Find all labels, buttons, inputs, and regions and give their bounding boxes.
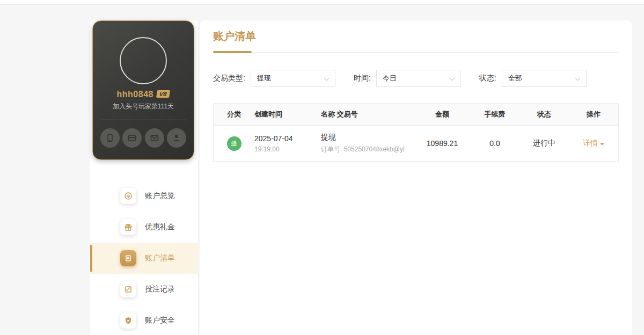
gift-icon (120, 219, 136, 235)
order-no-label: 订单号: (321, 145, 342, 153)
details-label: 详情 (583, 139, 598, 148)
coin-icon (120, 188, 136, 204)
details-link[interactable]: 详情 (583, 139, 604, 148)
filter-transaction-type: 交易类型: 提现 (213, 70, 335, 87)
filter-label: 交易类型: (213, 74, 245, 83)
withdraw-badge-icon: 提 (227, 136, 241, 151)
fee: 0.0 (470, 139, 519, 148)
chevron-down-icon (324, 76, 329, 81)
select-value: 全部 (508, 74, 522, 82)
sidebar-item-label: 账户总览 (145, 191, 175, 201)
panel-header: 账户清单 (213, 20, 619, 53)
time-select[interactable]: 今日 (376, 70, 461, 87)
sidebar-item-account-security[interactable]: 账户安全 (90, 305, 199, 335)
filter-bar: 交易类型: 提现 时间: 今日 状态: 全部 (213, 70, 619, 87)
sidebar-item-account-overview[interactable]: 账户总览 (90, 180, 199, 212)
username: hhh0848 (117, 90, 153, 99)
created-date: 2025-07-04 (254, 134, 321, 143)
header-created-time: 创建时间 (254, 110, 321, 119)
transaction-type-select[interactable]: 提现 (251, 70, 335, 87)
vip-level-badge: V8 (156, 90, 170, 98)
header-status: 状态 (519, 110, 569, 119)
main-content: 账户清单 交易类型: 提现 时间: 今日 状态: 全部 分 (200, 20, 632, 335)
sidebar-item-account-statement[interactable]: 账户清单 (90, 243, 199, 274)
header-category: 分类 (214, 110, 254, 119)
phone-icon[interactable] (100, 128, 120, 148)
header-amount: 金额 (414, 110, 470, 119)
chevron-down-icon (575, 76, 580, 81)
amount: 10989.21 (414, 139, 470, 148)
join-days-text: 加入头号玩家第111天 (93, 102, 194, 111)
header-action: 操作 (569, 110, 618, 119)
transaction-name: 提现 (321, 133, 414, 142)
page-title: 账户清单 (213, 29, 619, 52)
title-underline (213, 51, 252, 53)
chevron-down-icon (449, 76, 455, 81)
profile-icon[interactable] (167, 128, 186, 148)
filter-status: 状态: 全部 (479, 70, 587, 87)
select-value: 今日 (383, 74, 397, 82)
sidebar-item-bet-records[interactable]: 投注记录 (90, 274, 199, 305)
order-no: 5052507048xekb@yl (344, 145, 405, 153)
sidebar-item-label: 账户清单 (145, 253, 175, 263)
sidebar-item-label: 账户安全 (145, 316, 175, 325)
sidebar-item-label: 投注记录 (145, 285, 175, 294)
mail-icon[interactable] (145, 128, 164, 148)
header-fee: 手续费 (470, 110, 519, 119)
transactions-table: 分类 创建时间 名称 交易号 金额 手续费 状态 操作 提 2025-07-04… (213, 103, 619, 162)
created-time: 19:19:00 (254, 145, 321, 153)
record-icon (120, 281, 136, 297)
sidebar-menu: 账户总览 优惠礼金 账户清单 (90, 180, 199, 335)
filter-time: 时间: 今日 (354, 70, 461, 87)
table-row: 提 2025-07-04 19:19:00 提现 订单号: 5052507048… (214, 126, 618, 161)
header-name-txid: 名称 交易号 (321, 110, 414, 119)
shield-icon (120, 312, 136, 329)
top-header-strip (0, 0, 644, 5)
table-header-row: 分类 创建时间 名称 交易号 金额 手续费 状态 操作 (214, 104, 618, 126)
bank-card-icon[interactable] (122, 128, 142, 148)
user-profile-card: hhh0848V8 加入头号玩家第111天 (92, 20, 194, 160)
list-icon (120, 250, 136, 266)
sidebar-item-promo-gift[interactable]: 优惠礼金 (90, 212, 199, 243)
status: 进行中 (519, 139, 569, 148)
caret-down-icon (600, 143, 604, 145)
filter-label: 时间: (354, 74, 371, 83)
filter-label: 状态: (479, 74, 496, 83)
avatar[interactable] (120, 37, 167, 84)
status-select[interactable]: 全部 (502, 70, 587, 87)
select-value: 提现 (257, 74, 271, 82)
sidebar-item-label: 优惠礼金 (145, 222, 175, 232)
